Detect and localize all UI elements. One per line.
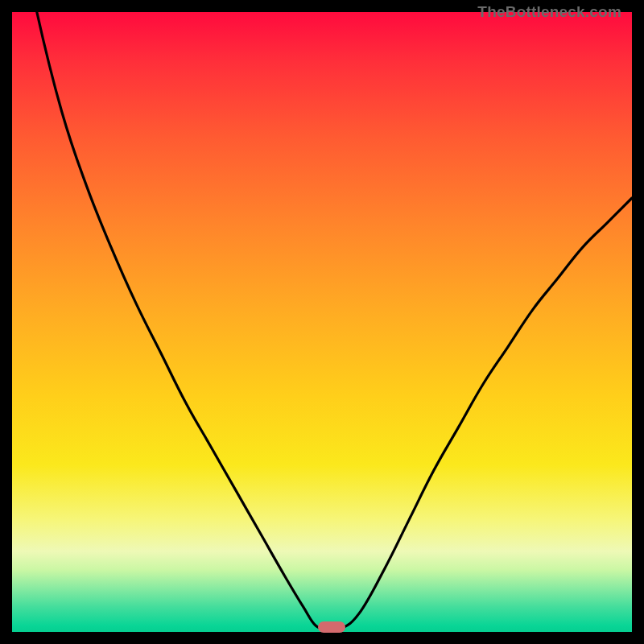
- chart-frame: TheBottleneck.com: [0, 0, 644, 644]
- bottleneck-curve: [12, 12, 632, 632]
- plot-background-gradient: [12, 12, 632, 632]
- optimum-marker: [318, 621, 345, 633]
- attribution-watermark: TheBottleneck.com: [477, 3, 621, 21]
- curve-path: [12, 0, 632, 630]
